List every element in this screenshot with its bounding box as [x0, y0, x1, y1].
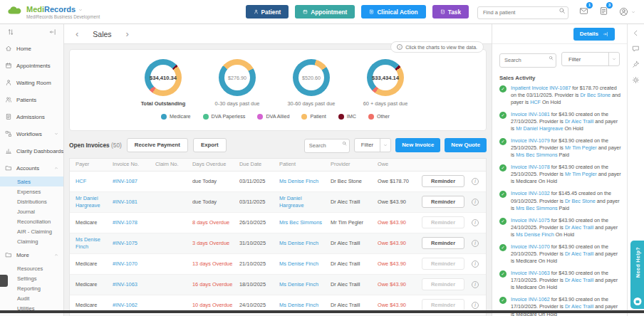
- sidebar-item-audit[interactable]: Audit: [0, 293, 63, 303]
- patient-button[interactable]: Patient: [246, 5, 289, 19]
- sidebar-item-more[interactable]: More: [0, 246, 63, 263]
- cell-invoice-no[interactable]: #INV-1087: [113, 178, 155, 184]
- donut-chart-30-60-days-past-due[interactable]: $520.6030-60 days past due: [277, 59, 346, 107]
- clinical-action-button[interactable]: Clinical Action: [361, 5, 425, 19]
- reminder-button[interactable]: Reminder: [422, 196, 464, 208]
- cell-patient[interactable]: Mr Daniel Hargreave: [279, 195, 331, 209]
- activity-link[interactable]: Invoice INV-1081: [511, 111, 550, 117]
- activity-search-input[interactable]: [499, 53, 556, 68]
- export-button[interactable]: Export: [193, 138, 227, 152]
- new-invoice-button[interactable]: New Invoice: [395, 138, 440, 152]
- activity-link[interactable]: Dr Alec Traill: [565, 277, 593, 283]
- activity-link[interactable]: Invoice INV-1075: [511, 217, 550, 223]
- cell-patient[interactable]: Ms Denise Finch: [279, 178, 331, 184]
- cell-payer[interactable]: Mr Daniel Hargreave: [70, 195, 113, 209]
- find-patient-input[interactable]: [477, 6, 568, 19]
- sort-icon[interactable]: [7, 28, 14, 36]
- activity-link[interactable]: Invoice INV-1078: [511, 164, 550, 170]
- page-forward-chevron[interactable]: ›: [126, 29, 129, 38]
- activity-link[interactable]: Invoice INV-1062: [511, 296, 550, 302]
- row-info-icon[interactable]: i: [472, 260, 479, 268]
- dock-badge[interactable]: [0, 275, 8, 287]
- cell-payer[interactable]: HCF: [70, 178, 113, 184]
- chevron-left-icon[interactable]: [632, 29, 640, 37]
- activity-link[interactable]: Invoice INV-1070: [511, 243, 550, 250]
- activity-link[interactable]: Dr Alec Traill: [565, 303, 593, 310]
- sidebar-item-reporting[interactable]: Reporting: [0, 283, 63, 293]
- cell-patient[interactable]: Ms Denise Finch: [279, 260, 331, 267]
- new-quote-button[interactable]: New Quote: [445, 138, 487, 152]
- sidebar-item-settings[interactable]: Settings: [0, 273, 63, 283]
- need-help-tab[interactable]: Need Help?: [630, 241, 644, 309]
- donut-chart-0-30-days-past-due[interactable]: $276.900-30 days past due: [203, 59, 271, 107]
- row-info-icon[interactable]: i: [472, 219, 479, 226]
- sidebar-item-admissions[interactable]: Admissions: [0, 108, 63, 125]
- sidebar-item-distributions[interactable]: Distributions: [0, 196, 63, 206]
- row-info-icon[interactable]: i: [472, 178, 479, 185]
- sidebar-item-clarity-dashboards[interactable]: Clarity Dashboards: [0, 142, 63, 159]
- brand-chevron-down-icon[interactable]: [78, 8, 83, 12]
- sidebar-item-expenses[interactable]: Expenses: [0, 186, 63, 196]
- cell-payer[interactable]: Ms Denise Finch: [70, 236, 113, 250]
- activity-link[interactable]: Dr Alec Traill: [565, 224, 593, 231]
- activity-link[interactable]: Dr Alec Traill: [565, 251, 593, 257]
- sidebar-item-journal[interactable]: Journal: [0, 206, 63, 216]
- cell-invoice-no[interactable]: #INV-1070: [113, 260, 155, 267]
- receive-payment-button[interactable]: Receive Payment: [127, 138, 188, 152]
- donut-chart-60-days-past-due[interactable]: $33,434.1460 + days past due: [351, 59, 420, 107]
- activity-link[interactable]: Invoice INV-1079: [511, 137, 550, 144]
- donut-chart-total-outstanding[interactable]: $34,410.34Total Outstanding: [129, 59, 197, 107]
- row-info-icon[interactable]: i: [472, 199, 479, 206]
- activity-link[interactable]: Mrs Bec Simmons: [516, 152, 557, 158]
- sidebar-item-workflows[interactable]: Workflows: [0, 125, 63, 142]
- page-back-chevron[interactable]: ‹: [76, 29, 78, 38]
- activity-link[interactable]: Dr Alec Traill: [565, 118, 593, 125]
- pin-icon[interactable]: [632, 60, 640, 68]
- cell-invoice-no[interactable]: #INV-1063: [113, 281, 155, 288]
- activity-link[interactable]: Mr Tim Pegler: [565, 171, 597, 177]
- account-icon[interactable]: [619, 7, 628, 16]
- activity-link[interactable]: Mrs Bec Simmons: [516, 205, 557, 211]
- sidebar-item-air-claiming[interactable]: AIR - Claiming: [0, 226, 63, 236]
- activity-link[interactable]: Mr Tim Pegler: [565, 144, 597, 151]
- row-info-icon[interactable]: i: [472, 302, 479, 309]
- cell-invoice-no[interactable]: #INV-1078: [113, 219, 155, 226]
- cell-patient[interactable]: Ms Denise Finch: [279, 302, 331, 308]
- activity-link[interactable]: Invoice INV-1063: [511, 270, 550, 276]
- cell-patient[interactable]: Ms Denise Finch: [279, 281, 331, 288]
- sidebar-item-home[interactable]: Home: [0, 40, 63, 57]
- cell-patient[interactable]: Ms Denise Finch: [279, 240, 331, 246]
- cell-invoice-no[interactable]: #INV-1075: [113, 240, 155, 246]
- cell-invoice-no[interactable]: #INV-1062: [113, 302, 155, 308]
- sidebar-item-sales[interactable]: Sales: [0, 177, 63, 186]
- activity-filter-dropdown[interactable]: Filter: [561, 52, 620, 66]
- account-chevron-down-icon[interactable]: [631, 10, 635, 14]
- cell-patient[interactable]: Mrs Bec Simmons: [279, 219, 331, 226]
- chat-icon[interactable]: [632, 45, 640, 53]
- messages-button[interactable]: 1: [579, 6, 588, 19]
- reminder-button[interactable]: Reminder: [422, 175, 464, 187]
- activity-link[interactable]: HCF: [530, 99, 541, 105]
- activity-link[interactable]: Ms Denise Finch: [516, 231, 554, 238]
- activity-link[interactable]: Invoice INV-1032: [511, 190, 550, 196]
- activity-link[interactable]: Dr Bec Stone: [580, 92, 611, 98]
- sidebar-item-patients[interactable]: Patients: [0, 91, 63, 108]
- activity-link[interactable]: Mr Daniel Hargreave: [516, 125, 563, 132]
- sidebar-item-waiting-room[interactable]: Waiting Room: [0, 74, 63, 91]
- sidebar-item-claiming[interactable]: Claiming: [0, 236, 63, 246]
- invoice-filter-dropdown[interactable]: Filter: [354, 138, 391, 152]
- cell-invoice-no[interactable]: #INV-1081: [113, 199, 155, 205]
- task-button[interactable]: Task: [432, 5, 469, 19]
- activity-link[interactable]: Dr Bec Stone: [565, 198, 596, 204]
- details-button[interactable]: Details: [573, 28, 615, 41]
- row-info-icon[interactable]: i: [472, 240, 479, 247]
- gear-icon[interactable]: [632, 76, 640, 84]
- row-info-icon[interactable]: i: [472, 281, 479, 288]
- sidebar-item-appointments[interactable]: Appointments: [0, 57, 63, 74]
- reminder-button[interactable]: Reminder: [422, 237, 464, 249]
- sidebar-item-resources[interactable]: Resources: [0, 263, 63, 273]
- appointment-button[interactable]: Appointment: [295, 5, 355, 19]
- activity-link[interactable]: Inpatient Invoice INV-1087: [511, 85, 571, 91]
- sidebar-item-reconciliation[interactable]: Reconciliation: [0, 216, 63, 226]
- sidebar-item-accounts[interactable]: Accounts: [0, 159, 63, 177]
